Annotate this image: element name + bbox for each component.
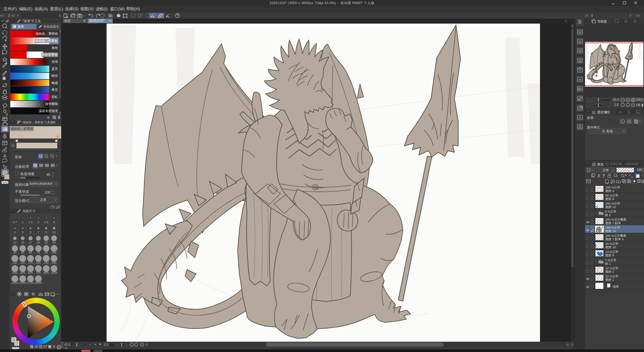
svg-text:4: 4 xyxy=(14,230,16,234)
svg-text:25: 25 xyxy=(44,241,48,244)
svg-text:70: 70 xyxy=(37,251,40,254)
svg-text:300: 300 xyxy=(52,261,57,264)
svg-text:120: 120 xyxy=(12,261,17,264)
svg-text:15: 15 xyxy=(21,241,24,244)
svg-text:80: 80 xyxy=(44,251,48,254)
svg-text:2000: 2000 xyxy=(35,281,42,284)
svg-text:50: 50 xyxy=(21,251,24,254)
svg-text:36: 36 xyxy=(579,79,581,81)
svg-text:17: 17 xyxy=(29,241,33,244)
svg-text:400: 400 xyxy=(12,271,17,274)
svg-text:500: 500 xyxy=(20,271,25,274)
svg-text:8: 8 xyxy=(45,230,47,234)
svg-text:1500: 1500 xyxy=(19,281,26,284)
svg-text:250: 250 xyxy=(44,261,49,264)
svg-text:60: 60 xyxy=(29,251,33,254)
svg-text:100: 100 xyxy=(52,251,57,254)
svg-text:12: 12 xyxy=(13,241,17,244)
svg-text:1700: 1700 xyxy=(27,281,34,284)
svg-text:1000: 1000 xyxy=(51,271,57,274)
svg-text:20: 20 xyxy=(37,241,40,244)
svg-text:10: 10 xyxy=(52,230,56,234)
svg-text:6: 6 xyxy=(30,230,31,234)
svg-text:3: 3 xyxy=(53,220,55,224)
svg-text:1.5: 1.5 xyxy=(28,220,33,224)
svg-text:150: 150 xyxy=(20,261,25,264)
svg-text:30: 30 xyxy=(52,241,56,244)
svg-text:600: 600 xyxy=(28,271,33,274)
svg-text:200: 200 xyxy=(36,261,41,264)
svg-text:1: 1 xyxy=(22,220,24,224)
svg-text:2: 2 xyxy=(38,220,39,224)
svg-text:A: A xyxy=(3,153,6,158)
svg-text:170: 170 xyxy=(28,261,33,264)
svg-text:700: 700 xyxy=(36,271,41,274)
svg-text:1200: 1200 xyxy=(12,281,18,284)
svg-text:800: 800 xyxy=(44,271,49,274)
svg-text:5: 5 xyxy=(22,230,24,234)
svg-text:7: 7 xyxy=(38,230,39,234)
svg-text:0.7: 0.7 xyxy=(13,220,17,224)
svg-text:2.5: 2.5 xyxy=(44,220,48,224)
svg-text:40: 40 xyxy=(13,251,17,254)
